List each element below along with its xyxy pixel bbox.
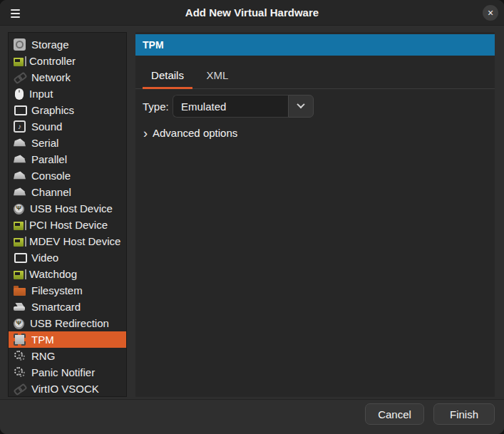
- sidebar-item-network[interactable]: Network: [9, 69, 126, 86]
- sidebar-item-label: Smartcard: [31, 301, 81, 313]
- sidebar-item-label: TPM: [31, 334, 54, 346]
- speaker-icon: [14, 120, 26, 133]
- window-title: Add New Virtual Hardware: [0, 6, 504, 19]
- sidebar-item-label: Sound: [31, 120, 62, 133]
- chevron-right-icon: ›: [143, 128, 148, 138]
- add-hardware-dialog: Add New Virtual Hardware × Storage Contr…: [0, 0, 504, 434]
- tpm-chip-icon: [14, 334, 26, 346]
- usb-icon: [14, 204, 24, 215]
- type-label: Type:: [143, 100, 173, 113]
- sidebar-item-label: MDEV Host Device: [29, 235, 120, 247]
- tab-details[interactable]: Details: [143, 61, 192, 88]
- finish-button[interactable]: Finish: [433, 403, 495, 425]
- sidebar-item-label: Filesystem: [31, 284, 83, 296]
- sidebar-item-controller[interactable]: Controller: [9, 53, 126, 69]
- sidebar-item-storage[interactable]: Storage: [9, 36, 126, 53]
- sidebar-item-parallel[interactable]: Parallel: [9, 151, 126, 167]
- network-link-icon: [14, 383, 26, 395]
- sidebar-item-label: Input: [29, 88, 53, 100]
- panel-header: TPM: [135, 34, 495, 56]
- sidebar-item-label: Parallel: [31, 153, 67, 165]
- sidebar-item-label: Video: [31, 252, 58, 264]
- sidebar-item-usb-host-device[interactable]: USB Host Device: [9, 200, 126, 217]
- sidebar-item-label: Network: [31, 71, 71, 83]
- close-button[interactable]: ×: [483, 5, 498, 21]
- cancel-button[interactable]: Cancel: [365, 403, 424, 425]
- sidebar-item-graphics[interactable]: Graphics: [9, 102, 126, 118]
- sidebar-item-tpm[interactable]: TPM: [9, 331, 126, 348]
- pci-card-icon: [14, 271, 24, 279]
- titlebar: Add New Virtual Hardware ×: [0, 0, 504, 26]
- sidebar-item-label: Controller: [29, 55, 76, 67]
- usb-icon: [14, 319, 24, 329]
- monitor-icon: [14, 252, 26, 264]
- sidebar-item-label: Channel: [31, 186, 71, 198]
- chevron-down-icon: [297, 100, 304, 108]
- dialog-action-bar: Cancel Finish: [0, 399, 504, 434]
- sidebar-item-filesystem[interactable]: Filesystem: [9, 282, 126, 299]
- combobox-dropdown-button[interactable]: [288, 95, 314, 118]
- hardware-type-list: Storage Controller Network Input Graphic…: [8, 32, 127, 397]
- mouse-icon: [15, 88, 24, 100]
- sidebar-item-usb-redirection[interactable]: USB Redirection: [9, 315, 126, 331]
- sidebar-item-video[interactable]: Video: [9, 249, 126, 266]
- sidebar-item-label: RNG: [31, 350, 55, 362]
- sidebar-item-label: Watchdog: [29, 268, 77, 280]
- serial-port-icon: [14, 170, 26, 182]
- advanced-options-expander[interactable]: › Advanced options: [143, 127, 237, 139]
- sidebar-item-watchdog[interactable]: Watchdog: [9, 266, 126, 282]
- smartcard-icon: [14, 301, 26, 313]
- gears-icon: [14, 350, 26, 362]
- sidebar-item-sound[interactable]: Sound: [9, 118, 126, 135]
- sidebar-item-label: USB Redirection: [30, 317, 109, 329]
- network-link-icon: [14, 71, 26, 83]
- serial-port-icon: [14, 153, 26, 165]
- close-icon: ×: [488, 8, 493, 18]
- pci-card-icon: [14, 238, 24, 247]
- sidebar-item-virtio-vsock[interactable]: VirtIO VSOCK: [9, 381, 126, 397]
- type-combobox-value[interactable]: Emulated: [173, 95, 288, 118]
- tab-xml[interactable]: XML: [192, 61, 242, 88]
- sidebar-item-console[interactable]: Console: [9, 167, 126, 184]
- advanced-options-label: Advanced options: [153, 127, 237, 139]
- sidebar-item-label: Graphics: [31, 104, 74, 116]
- folder-icon: [14, 288, 26, 296]
- sidebar-item-mdev-host-device[interactable]: MDEV Host Device: [9, 233, 126, 249]
- tab-bar: Details XML: [135, 61, 495, 89]
- monitor-icon: [14, 104, 26, 116]
- sidebar-item-channel[interactable]: Channel: [9, 184, 126, 200]
- sidebar-item-label: PCI Host Device: [29, 219, 108, 231]
- sidebar-item-serial[interactable]: Serial: [9, 135, 126, 151]
- sidebar-item-label: Storage: [31, 38, 69, 51]
- sidebar-item-label: Panic Notifier: [31, 366, 95, 378]
- type-form-row: Type: Emulated: [135, 95, 314, 118]
- sidebar-item-smartcard[interactable]: Smartcard: [9, 299, 126, 315]
- pci-card-icon: [14, 58, 24, 66]
- disk-drive-icon: [14, 38, 26, 51]
- sidebar-item-pci-host-device[interactable]: PCI Host Device: [9, 217, 126, 233]
- serial-port-icon: [14, 186, 26, 198]
- sidebar-item-label: Console: [31, 170, 71, 182]
- sidebar-item-label: VirtIO VSOCK: [31, 383, 99, 395]
- sidebar-item-label: Serial: [31, 137, 58, 149]
- sidebar-item-rng[interactable]: RNG: [9, 348, 126, 364]
- tpm-settings-panel: TPM Details XML Type: Emulated › Advance…: [135, 32, 495, 397]
- pci-card-icon: [14, 222, 24, 230]
- type-combobox[interactable]: Emulated: [173, 95, 314, 118]
- sidebar-item-panic-notifier[interactable]: Panic Notifier: [9, 364, 126, 381]
- sidebar-item-label: USB Host Device: [30, 202, 113, 215]
- serial-port-icon: [14, 137, 26, 149]
- gears-icon: [14, 366, 26, 378]
- sidebar-item-input[interactable]: Input: [9, 86, 126, 102]
